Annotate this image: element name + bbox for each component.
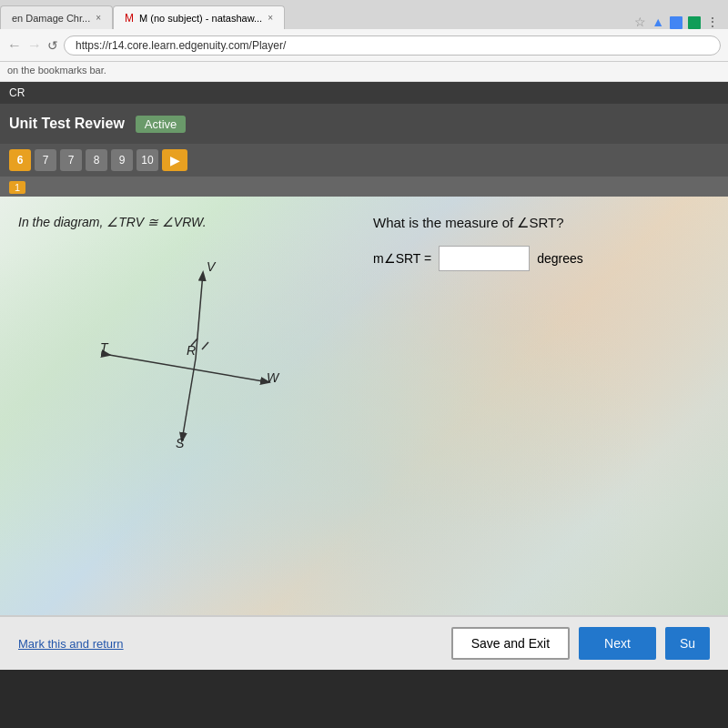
breadcrumb: CR: [9, 86, 25, 99]
svg-line-4: [202, 342, 208, 349]
play-button[interactable]: ▶: [162, 149, 187, 171]
q-nav-10[interactable]: 10: [136, 149, 158, 171]
svg-line-1: [196, 273, 203, 359]
answer-row: m∠SRT = degrees: [373, 246, 710, 271]
browser-chrome: en Damage Chr... × M M (no subject) - na…: [0, 0, 728, 82]
tab-2[interactable]: M M (no subject) - natashaw... ×: [113, 5, 285, 29]
tab-bar: en Damage Chr... × M M (no subject) - na…: [0, 0, 728, 29]
drive-icon: ▲: [652, 15, 664, 29]
q-nav-1[interactable]: 6: [9, 149, 31, 171]
tab-2-close[interactable]: ×: [268, 13, 273, 23]
app-icon-1: [670, 16, 682, 29]
app-icon-2: [688, 16, 701, 29]
q-nav-9[interactable]: 9: [111, 149, 133, 171]
main-content: In the diagram, ∠TRV ≅ ∠VRW.: [0, 197, 728, 615]
tab-1-close[interactable]: ×: [96, 13, 101, 23]
unit-header: Unit Test Review Active: [0, 104, 728, 144]
geometry-diagram: V T R W S: [86, 248, 287, 466]
menu-dots[interactable]: ⋮: [706, 15, 719, 29]
bottom-bar: [0, 670, 728, 724]
answer-label: m∠SRT =: [373, 251, 431, 266]
footer-buttons: Save and Exit Next Su: [451, 627, 710, 660]
gmail-icon: M: [125, 12, 134, 25]
app-header: CR: [0, 82, 728, 104]
bookmark-hint: on the bookmarks bar.: [7, 65, 106, 76]
q-nav-2[interactable]: 7: [35, 149, 56, 171]
label-t: T: [100, 340, 109, 355]
label-w: W: [267, 370, 280, 385]
question-text: What is the measure of ∠SRT?: [373, 215, 710, 231]
label-v: V: [207, 259, 217, 274]
right-panel: What is the measure of ∠SRT? m∠SRT = deg…: [373, 215, 710, 597]
svg-line-0: [109, 355, 268, 382]
status-badge: Active: [136, 116, 186, 133]
next-button[interactable]: Next: [579, 627, 656, 660]
current-question-indicator: 1: [9, 181, 25, 194]
tab-1[interactable]: en Damage Chr... ×: [0, 5, 113, 29]
forward-icon[interactable]: →: [27, 37, 42, 54]
label-s: S: [176, 436, 185, 450]
q-nav-3[interactable]: 7: [60, 149, 82, 171]
q-nav-8[interactable]: 8: [86, 149, 107, 171]
address-input[interactable]: https://r14.core.learn.edgenuity.com/Pla…: [64, 35, 721, 56]
star-icon[interactable]: ☆: [634, 15, 646, 29]
diagram-area: V T R W S: [86, 248, 287, 466]
answer-input[interactable]: [439, 246, 530, 271]
refresh-icon[interactable]: ↺: [47, 38, 58, 53]
unit-title: Unit Test Review: [9, 116, 125, 132]
footer-bar: Mark this and return Save and Exit Next …: [0, 615, 728, 670]
tab-1-label: en Damage Chr...: [12, 13, 90, 24]
problem-statement: In the diagram, ∠TRV ≅ ∠VRW.: [18, 215, 355, 229]
left-panel: In the diagram, ∠TRV ≅ ∠VRW.: [18, 215, 355, 597]
save-exit-button[interactable]: Save and Exit: [451, 627, 570, 660]
svg-line-2: [182, 359, 196, 440]
bookmark-bar: on the bookmarks bar.: [0, 62, 728, 82]
address-bar-row: ← → ↺ https://r14.core.learn.edgenuity.c…: [0, 29, 728, 62]
tab-2-label: M (no subject) - natashaw...: [139, 13, 262, 24]
mark-return-link[interactable]: Mark this and return: [18, 637, 124, 651]
submit-button[interactable]: Su: [665, 627, 710, 660]
back-icon[interactable]: ←: [7, 37, 22, 54]
address-text: https://r14.core.learn.edgenuity.com/Pla…: [76, 39, 286, 52]
unit-label: degrees: [537, 251, 583, 266]
